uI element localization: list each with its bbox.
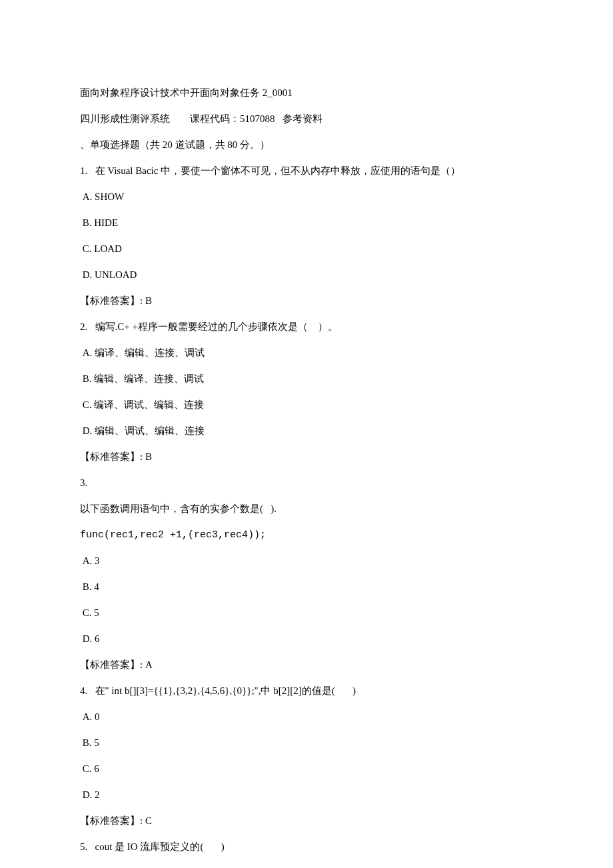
question-text: 编写.C+ +程序一般需要经过的几个步骤依次是（ ）。 <box>95 321 338 332</box>
question-extra: 以下函数调用语句中，含有的实参个数是( ). <box>80 496 533 522</box>
question-option: C. 6 <box>80 756 533 782</box>
question-number: 3. <box>80 477 87 488</box>
question-option: D. 2 <box>80 782 533 808</box>
question-text: cout 是 IO 流库预定义的( ) <box>95 841 225 852</box>
question-text: 在" int b[][3]={{1},{3,2},{4,5,6},{0}};",… <box>95 685 356 696</box>
question-number: 4. <box>80 685 87 696</box>
section-header: 、单项选择题（共 20 道试题，共 80 分。） <box>80 132 533 158</box>
question-line: 2. 编写.C+ +程序一般需要经过的几个步骤依次是（ ）。 <box>80 314 533 340</box>
answer-line: 【标准答案】: B <box>80 444 533 470</box>
question-option: A. 3 <box>80 548 533 574</box>
question-option: D. 6 <box>80 626 533 652</box>
question-number: 2. <box>80 321 87 332</box>
question-number: 1. <box>80 165 87 176</box>
question-code: func(rec1,rec2 +1,(rec3,rec4)); <box>80 522 533 548</box>
question-option: C. 编译、调试、编辑、连接 <box>80 392 533 418</box>
question-option: A. SHOW <box>80 184 533 210</box>
answer-line: 【标准答案】: A <box>80 652 533 678</box>
question-line: 5. cout 是 IO 流库预定义的( ) <box>80 834 533 860</box>
question-number: 5. <box>80 841 87 852</box>
answer-line: 【标准答案】: B <box>80 288 533 314</box>
question-option: C. LOAD <box>80 236 533 262</box>
question-option: A. 0 <box>80 704 533 730</box>
doc-title: 面向对象程序设计技术中开面向对象任务 2_0001 <box>80 80 533 106</box>
question-text: 在 Visual Bacic 中，要使一个窗体不可见，但不从内存中释放，应使用的… <box>95 165 461 176</box>
document-page: 面向对象程序设计技术中开面向对象任务 2_0001 四川形成性测评系统 课程代码… <box>0 0 613 868</box>
question-option: B. 编辑、编译、连接、调试 <box>80 366 533 392</box>
question-line: 1. 在 Visual Bacic 中，要使一个窗体不可见，但不从内存中释放，应… <box>80 158 533 184</box>
question-line: 4. 在" int b[][3]={{1},{3,2},{4,5,6},{0}}… <box>80 678 533 704</box>
question-option: C. 5 <box>80 600 533 626</box>
question-option: D. UNLOAD <box>80 262 533 288</box>
question-line: 3. <box>80 470 533 496</box>
question-option: B. 5 <box>80 730 533 756</box>
question-option: B. 4 <box>80 574 533 600</box>
question-option: B. HIDE <box>80 210 533 236</box>
question-option: D. 编辑、调试、编辑、连接 <box>80 418 533 444</box>
question-option: A. 编译、编辑、连接、调试 <box>80 340 533 366</box>
answer-line: 【标准答案】: C <box>80 808 533 834</box>
doc-subtitle: 四川形成性测评系统 课程代码：5107088 参考资料 <box>80 106 533 132</box>
